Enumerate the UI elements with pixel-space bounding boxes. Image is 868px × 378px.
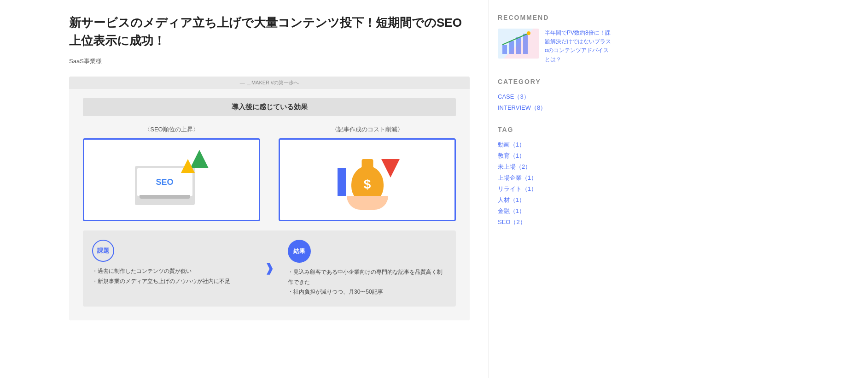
- article-title: 新サービスのメディア立ち上げで大量コンテンツ投下！短期間でのSEO上位表示に成功…: [69, 14, 470, 50]
- tag-link-hr[interactable]: 人材（1）: [498, 196, 525, 203]
- category-link-case[interactable]: CASE（3）: [498, 93, 530, 100]
- list-item: SEO（2）: [498, 218, 612, 226]
- recommend-title: RECOMMEND: [498, 14, 612, 21]
- diagram-top-bar: — ＿MAKER //の第一歩へ: [69, 77, 470, 89]
- category-list: CASE（3） INTERVIEW（8）: [498, 93, 612, 112]
- kadai-badge: 課題: [92, 240, 114, 262]
- list-item: 人材（1）: [498, 196, 612, 204]
- kekka-text: ・見込み顧客である中小企業向けの専門的な記事を品質高く制作できた・社内負担が減り…: [288, 267, 447, 297]
- recommend-thumbnail: [498, 29, 539, 59]
- svg-rect-2: [516, 37, 521, 54]
- tag-link-listed[interactable]: 上場企業（1）: [498, 174, 537, 181]
- list-item: INTERVIEW（8）: [498, 104, 612, 112]
- list-item: CASE（3）: [498, 93, 612, 101]
- seo-illustration: SEO: [126, 145, 218, 214]
- tag-link-education[interactable]: 教育（1）: [498, 152, 525, 159]
- tag-section: TAG 動画（1） 教育（1） 未上場（2） 上場企業（1） リライト（1）: [498, 126, 612, 226]
- svg-rect-1: [509, 41, 514, 54]
- list-item: 動画（1）: [498, 141, 612, 149]
- svg-rect-0: [502, 45, 507, 54]
- article-diagram: — ＿MAKER //の第一歩へ 導入後に感じている効果 〈SEO順位の上昇〉 …: [69, 77, 470, 320]
- main-content: 新サービスのメディア立ち上げで大量コンテンツ投下！短期間でのSEO上位表示に成功…: [0, 0, 488, 378]
- svg-rect-3: [523, 34, 528, 54]
- bar-blue-icon: [338, 168, 346, 196]
- thumb-inner: [498, 29, 539, 59]
- tag-link-rewrite[interactable]: リライト（1）: [498, 185, 537, 192]
- diagram-col-seo: 〈SEO順位の上昇〉 SEO: [83, 125, 260, 221]
- arrow-between-icon: ❱: [260, 240, 279, 297]
- category-title: CATEGORY: [498, 78, 612, 85]
- list-item: 金融（1）: [498, 207, 612, 215]
- seo-col-label: 〈SEO順位の上昇〉: [83, 125, 260, 134]
- kekka-badge: 結果: [288, 240, 311, 263]
- diagram-bottom: 課題 ・過去に制作したコンテンツの質が低い・新規事業のメディア立ち上げのノウハウ…: [83, 230, 456, 307]
- seo-text-icon: SEO: [156, 177, 173, 187]
- hand-icon: [347, 196, 388, 210]
- svg-point-5: [527, 31, 530, 35]
- recommend-card-text: 半年間でPV数約8倍に！課題解決だけではないプラスαのコンテンツアドバイスとは？: [545, 29, 612, 64]
- arrow-down-red-icon: [381, 159, 400, 177]
- kekka-section: 結果 ・見込み顧客である中小企業向けの専門的な記事を品質高く制作できた・社内負担…: [279, 240, 447, 297]
- tag-link-finance[interactable]: 金融（1）: [498, 207, 525, 214]
- cost-image-box: [279, 138, 456, 221]
- category-link-interview[interactable]: INTERVIEW（8）: [498, 104, 546, 111]
- recommend-thumb-chart: [500, 31, 537, 56]
- kadai-text: ・過去に制作したコンテンツの質が低い・新規事業のメディア立ち上げのノウハウが社内…: [92, 266, 251, 286]
- list-item: 未上場（2）: [498, 163, 612, 171]
- tag-link-unlisted[interactable]: 未上場（2）: [498, 163, 531, 170]
- diagram-section-title: 導入後に感じている効果: [83, 98, 456, 116]
- recommend-section: RECOMMEND 半年間でPV: [498, 14, 612, 64]
- list-item: 教育（1）: [498, 152, 612, 160]
- kadai-section: 課題 ・過去に制作したコンテンツの質が低い・新規事業のメディア立ち上げのノウハウ…: [92, 240, 260, 297]
- laptop-base: [140, 195, 190, 199]
- tag-link-video[interactable]: 動画（1）: [498, 141, 525, 148]
- recommend-card[interactable]: 半年間でPV数約8倍に！課題解決だけではないプラスαのコンテンツアドバイスとは？: [498, 29, 612, 64]
- category-section: CATEGORY CASE（3） INTERVIEW（8）: [498, 78, 612, 112]
- cost-col-label: 〈記事作成のコスト削減〉: [279, 125, 456, 134]
- seo-image-box: SEO: [83, 138, 260, 221]
- tag-title: TAG: [498, 126, 612, 133]
- article-author: SaaS事業様: [69, 57, 470, 65]
- diagram-col-cost: 〈記事作成のコスト削減〉: [279, 125, 456, 221]
- tag-link-seo[interactable]: SEO（2）: [498, 219, 526, 225]
- tag-list: 動画（1） 教育（1） 未上場（2） 上場企業（1） リライト（1） 人材（1）: [498, 141, 612, 226]
- list-item: 上場企業（1）: [498, 174, 612, 182]
- sidebar: RECOMMEND 半年間でPV: [488, 0, 626, 378]
- list-item: リライト（1）: [498, 185, 612, 193]
- arrow-up-yellow-icon: [181, 159, 195, 173]
- money-illustration: [326, 145, 409, 214]
